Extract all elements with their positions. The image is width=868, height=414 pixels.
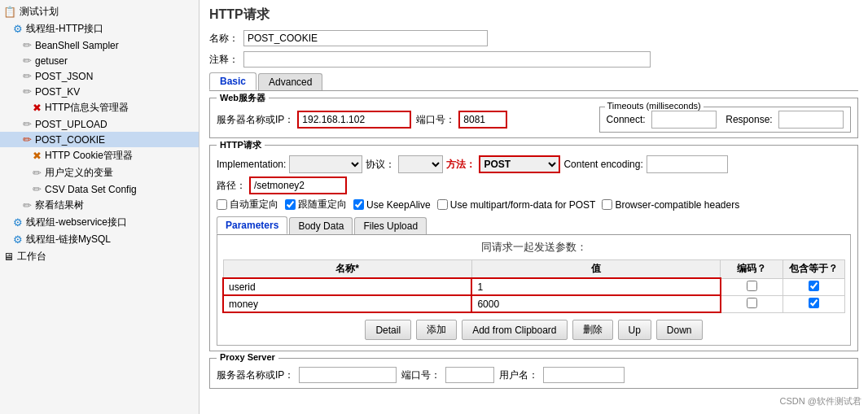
var-icon: ✏ — [33, 167, 42, 179]
auto-redirect-checkbox[interactable]: 自动重定向 — [217, 198, 278, 211]
col-name: 名称* — [223, 260, 471, 279]
table-row: userid 1 — [223, 278, 845, 295]
sidebar-item-label: getuser — [35, 55, 68, 67]
keepalive-check[interactable] — [353, 199, 364, 210]
port-input[interactable] — [458, 111, 507, 129]
sidebar-item-post-cookie[interactable]: ✏ POST_COOKIE — [0, 132, 199, 147]
encoding-input[interactable] — [647, 155, 728, 173]
sidebar-item-user-vars[interactable]: ✏ 用户定义的变量 — [0, 164, 199, 181]
name-row: 名称： — [209, 30, 858, 46]
param-include-eq-1 — [783, 295, 844, 312]
auto-redirect-label: 自动重定向 — [230, 198, 278, 211]
auto-redirect-check[interactable] — [217, 199, 227, 210]
path-row: 路径： — [217, 176, 851, 194]
down-button[interactable]: Down — [656, 320, 703, 340]
sidebar-item-view-results[interactable]: ✏ 察看结果树 — [0, 197, 199, 214]
multipart-checkbox[interactable]: Use multipart/form-data for POST — [437, 199, 596, 211]
include-eq-check-1[interactable] — [809, 298, 819, 308]
encode-check-0[interactable] — [747, 281, 757, 291]
connect-input[interactable] — [651, 111, 717, 129]
sampler-icon: ✏ — [23, 85, 32, 98]
sidebar-item-post-upload[interactable]: ✏ POST_UPLOAD — [0, 116, 199, 132]
sampler-icon: ✏ — [23, 39, 32, 51]
add-from-clipboard-button[interactable]: Add from Clipboard — [462, 320, 567, 340]
param-encode-1 — [721, 295, 783, 312]
web-server-group: Web服务器 服务器名称或IP： 端口号： Timeouts (millisec… — [209, 98, 858, 138]
sidebar-item-thread-webservice[interactable]: ⚙ 线程组-webservice接口 — [0, 214, 199, 231]
up-button[interactable]: Up — [618, 320, 651, 340]
keepalive-checkbox[interactable]: Use KeepAlive — [353, 199, 431, 211]
sidebar-item-http-cookie[interactable]: ✖ HTTP Cookie管理器 — [0, 147, 199, 164]
thread-icon: ⚙ — [13, 23, 23, 35]
server-label: 服务器名称或IP： — [217, 113, 294, 127]
proxy-server-input[interactable] — [299, 367, 397, 383]
sidebar-item-post-json[interactable]: ✏ POST_JSON — [0, 68, 199, 84]
tab-files-upload[interactable]: Files Upload — [354, 217, 427, 234]
name-label: 名称： — [209, 32, 239, 46]
proxy-username-input[interactable] — [543, 367, 625, 383]
inner-tab-bar: Parameters Body Data Files Upload — [217, 216, 851, 235]
path-input[interactable] — [249, 176, 347, 194]
add-button[interactable]: 添加 — [416, 320, 457, 340]
impl-select[interactable] — [289, 155, 362, 173]
comment-input[interactable] — [243, 51, 651, 68]
sidebar-item-http-header[interactable]: ✖ HTTP信息头管理器 — [0, 99, 199, 116]
sidebar-item-post-kv[interactable]: ✏ POST_KV — [0, 84, 199, 99]
params-section: 同请求一起发送参数： 名称* 值 编码？ 包含等于？ userid 1 — [217, 235, 851, 346]
sidebar-item-label: CSV Data Set Config — [45, 184, 137, 195]
sidebar-item-csv-config[interactable]: ✏ CSV Data Set Config — [0, 181, 199, 197]
page-title: HTTP请求 — [209, 7, 858, 24]
sidebar-item-thread-mysql[interactable]: ⚙ 线程组-链接MySQL — [0, 231, 199, 248]
connect-label: Connect: — [607, 114, 646, 125]
response-label: Response: — [726, 114, 772, 125]
browser-headers-checkbox[interactable]: Browser-compatible headers — [602, 199, 739, 211]
sidebar-item-thread-http[interactable]: ⚙ 线程组-HTTP接口 — [0, 20, 199, 37]
path-label: 路径： — [217, 179, 246, 193]
http-request-title: HTTP请求 — [217, 139, 265, 151]
param-value-1: 6000 — [471, 295, 720, 312]
sidebar-item-label: POST_KV — [35, 86, 80, 98]
delete-button[interactable]: 删除 — [572, 320, 613, 340]
multipart-check[interactable] — [437, 199, 448, 210]
server-input[interactable] — [297, 111, 411, 129]
follow-redirect-checkbox[interactable]: 跟随重定向 — [285, 198, 347, 211]
proxy-title: Proxy Server — [217, 352, 278, 362]
browser-headers-check[interactable] — [602, 199, 612, 210]
sidebar-item-beanshell[interactable]: ✏ BeanShell Sampler — [0, 37, 199, 53]
sampler-icon: ✏ — [23, 54, 32, 67]
sidebar-item-label: 线程组-webservice接口 — [26, 216, 127, 229]
impl-row: Implementation: 协议： 方法： POST GET PUT DEL… — [217, 155, 851, 173]
sidebar-item-test-plan[interactable]: 📋 测试计划 — [0, 3, 199, 20]
include-eq-check-0[interactable] — [809, 281, 819, 291]
tab-parameters[interactable]: Parameters — [217, 216, 287, 234]
detail-button[interactable]: Detail — [365, 320, 411, 340]
tab-advanced[interactable]: Advanced — [258, 73, 322, 90]
sidebar-item-workbench[interactable]: 🖥 工作台 — [0, 248, 199, 265]
comment-row: 注释： — [209, 51, 858, 68]
tab-basic[interactable]: Basic — [209, 72, 256, 90]
follow-redirect-check[interactable] — [285, 199, 296, 210]
sidebar-item-label: 测试计划 — [20, 5, 59, 19]
encode-check-1[interactable] — [747, 298, 757, 308]
timeouts-title: Timeouts (milliseconds) — [605, 101, 704, 111]
proxy-port-input[interactable] — [445, 367, 494, 383]
sidebar-item-label: HTTP Cookie管理器 — [45, 149, 133, 163]
col-include-eq: 包含等于？ — [783, 260, 844, 279]
test-plan-icon: 📋 — [3, 6, 16, 18]
proxy-section: Proxy Server 服务器名称或IP： 端口号： 用户名： — [209, 358, 858, 389]
proto-select[interactable] — [398, 155, 443, 173]
name-input[interactable] — [243, 30, 488, 46]
encoding-label: Content encoding: — [563, 159, 642, 170]
sidebar-item-label: 察看结果树 — [35, 198, 84, 212]
sidebar-item-getuser[interactable]: ✏ getuser — [0, 53, 199, 68]
tab-body-data[interactable]: Body Data — [289, 217, 353, 234]
proxy-port-label: 端口号： — [401, 368, 441, 382]
method-select[interactable]: POST GET PUT DELETE — [479, 155, 560, 173]
table-row: money 6000 — [223, 295, 845, 312]
top-tab-bar: Basic Advanced — [209, 72, 858, 91]
response-input[interactable] — [778, 111, 844, 129]
impl-label: Implementation: — [217, 159, 286, 170]
proxy-row: 服务器名称或IP： 端口号： 用户名： — [217, 367, 851, 383]
params-table: 名称* 值 编码？ 包含等于？ userid 1 — [222, 259, 845, 313]
web-server-title: Web服务器 — [217, 92, 269, 104]
